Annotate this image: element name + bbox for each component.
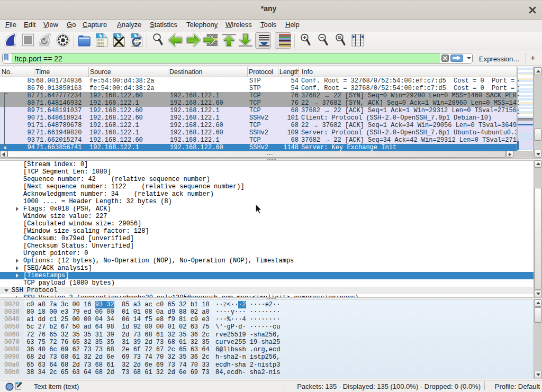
svg-text:0111: 0111 bbox=[97, 44, 104, 48]
